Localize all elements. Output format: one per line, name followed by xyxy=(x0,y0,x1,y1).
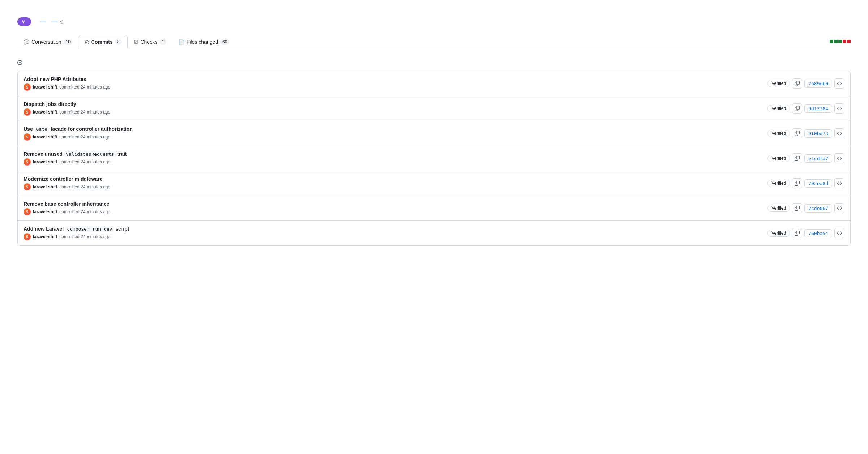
copy-branch-icon[interactable]: ⎘ xyxy=(60,19,63,25)
commit-meta: S laravel-shift committed 24 minutes ago xyxy=(24,208,763,215)
commit-title: Remove unused ValidatesRequests trait xyxy=(24,151,763,157)
tab-conversation[interactable]: 💬 Conversation 10 xyxy=(17,35,79,48)
commit-actions: Verified 9d12384 xyxy=(767,103,844,113)
conversation-badge: 10 xyxy=(64,39,73,45)
sha-link[interactable]: 9d12384 xyxy=(804,104,832,113)
commit-row: Adopt new PHP Attributes S laravel-shift… xyxy=(18,71,850,96)
tab-files[interactable]: 📄 Files changed 60 xyxy=(173,35,236,48)
commit-info: Modernize controller middleware S larave… xyxy=(24,176,763,190)
commit-meta: S laravel-shift committed 24 minutes ago xyxy=(24,233,763,240)
commit-title: Modernize controller middleware xyxy=(24,176,763,182)
sha-link[interactable]: 2689db0 xyxy=(804,80,832,88)
verified-badge: Verified xyxy=(767,105,790,112)
commit-time: committed 24 minutes ago xyxy=(59,209,110,214)
commit-author[interactable]: laravel-shift xyxy=(33,159,57,164)
sha-link[interactable]: 760ba54 xyxy=(804,229,832,237)
commit-row: Use Gate facade for controller authoriza… xyxy=(18,121,850,146)
commit-info: Remove unused ValidatesRequests trait S … xyxy=(24,151,763,166)
commit-row: Remove unused ValidatesRequests trait S … xyxy=(18,146,850,171)
checks-badge: 1 xyxy=(159,39,166,45)
commit-meta: S laravel-shift committed 24 minutes ago xyxy=(24,133,763,141)
timeline-icon xyxy=(17,60,22,65)
commit-author[interactable]: laravel-shift xyxy=(33,134,57,140)
avatar: S xyxy=(24,183,31,190)
sha-link[interactable]: 9f0bd73 xyxy=(804,129,832,138)
tabs-bar: 💬 Conversation 10 ◎ Commits 8 ☑ Checks 1… xyxy=(17,35,851,48)
diff-bar-5 xyxy=(847,40,851,43)
tab-commits[interactable]: ◎ Commits 8 xyxy=(79,35,128,48)
commit-author[interactable]: laravel-shift xyxy=(33,110,57,115)
browse-files-button[interactable] xyxy=(834,153,844,163)
merge-icon: ⑂ xyxy=(22,19,25,25)
tab-checks[interactable]: ☑ Checks 1 xyxy=(128,35,172,48)
commit-author[interactable]: laravel-shift xyxy=(33,85,57,90)
browse-files-button[interactable] xyxy=(834,228,844,238)
files-icon: 📄 xyxy=(179,39,184,45)
avatar: S xyxy=(24,158,31,166)
verified-badge: Verified xyxy=(767,130,790,137)
commit-title: Use Gate facade for controller authoriza… xyxy=(24,126,763,132)
copy-sha-button[interactable] xyxy=(792,103,802,113)
verified-badge: Verified xyxy=(767,230,790,237)
copy-sha-button[interactable] xyxy=(792,228,802,238)
copy-sha-button[interactable] xyxy=(792,203,802,213)
commit-info: Remove base controller inheritance S lar… xyxy=(24,201,763,215)
pr-meta: ⑂ ⎘ xyxy=(17,17,851,26)
avatar: S xyxy=(24,233,31,240)
browse-files-button[interactable] xyxy=(834,203,844,213)
commit-title: Remove base controller inheritance xyxy=(24,201,763,207)
verified-badge: Verified xyxy=(767,205,790,212)
commit-info: Use Gate facade for controller authoriza… xyxy=(24,126,763,141)
commit-author[interactable]: laravel-shift xyxy=(33,184,57,189)
commit-title-text: Adopt new PHP Attributes xyxy=(24,76,86,82)
commit-info: Dispatch jobs directly S laravel-shift c… xyxy=(24,101,763,116)
commit-title-code: ValidatesRequests xyxy=(64,151,116,157)
browse-files-button[interactable] xyxy=(834,78,844,89)
commit-author[interactable]: laravel-shift xyxy=(33,209,57,214)
source-branch[interactable] xyxy=(51,21,57,22)
copy-sha-button[interactable] xyxy=(792,153,802,163)
browse-files-button[interactable] xyxy=(834,128,844,138)
avatar: S xyxy=(24,108,31,116)
commit-title-text: Remove unused ValidatesRequests trait xyxy=(24,151,127,157)
commit-actions: Verified 2689db0 xyxy=(767,78,844,89)
copy-sha-button[interactable] xyxy=(792,178,802,188)
commit-info: Add new Laravel composer run dev script … xyxy=(24,226,763,240)
commit-time: committed 24 minutes ago xyxy=(59,110,110,115)
copy-sha-button[interactable] xyxy=(792,128,802,138)
diff-bar-1 xyxy=(830,40,833,43)
commit-title-text: Dispatch jobs directly xyxy=(24,101,76,107)
sha-link[interactable]: 702ea8d xyxy=(804,179,832,188)
tab-commits-label: Commits xyxy=(91,39,113,45)
browse-files-button[interactable] xyxy=(834,178,844,188)
commit-title-code: Gate xyxy=(34,126,49,132)
commit-actions: Verified 702ea8d xyxy=(767,178,844,188)
commit-actions: Verified 9f0bd73 xyxy=(767,128,844,138)
commit-row: Remove base controller inheritance S lar… xyxy=(18,196,850,221)
avatar: S xyxy=(24,83,31,91)
commits-section: Adopt new PHP Attributes S laravel-shift… xyxy=(17,57,851,246)
avatar: S xyxy=(24,133,31,141)
commits-icon: ◎ xyxy=(85,39,89,45)
verified-badge: Verified xyxy=(767,80,790,87)
conversation-icon: 💬 xyxy=(24,39,29,45)
commit-time: committed 24 minutes ago xyxy=(59,159,110,164)
diff-bar-3 xyxy=(838,40,842,43)
target-branch[interactable] xyxy=(40,21,46,22)
diff-bar-4 xyxy=(843,40,846,43)
commit-meta: S laravel-shift committed 24 minutes ago xyxy=(24,108,763,116)
tab-checks-label: Checks xyxy=(140,39,157,45)
commit-actions: Verified e1cdfa7 xyxy=(767,153,844,163)
browse-files-button[interactable] xyxy=(834,103,844,113)
diff-stats xyxy=(824,40,851,43)
merged-badge: ⑂ xyxy=(17,17,31,26)
commit-meta: S laravel-shift committed 24 minutes ago xyxy=(24,183,763,190)
commit-title-text: Remove base controller inheritance xyxy=(24,201,109,207)
commit-row: Dispatch jobs directly S laravel-shift c… xyxy=(18,96,850,121)
commit-title-text: Add new Laravel composer run dev script xyxy=(24,226,129,232)
commit-title-text: Use Gate facade for controller authoriza… xyxy=(24,126,133,132)
sha-link[interactable]: e1cdfa7 xyxy=(804,154,832,163)
sha-link[interactable]: 2cde067 xyxy=(804,204,832,213)
commit-author[interactable]: laravel-shift xyxy=(33,234,57,239)
copy-sha-button[interactable] xyxy=(792,78,802,89)
